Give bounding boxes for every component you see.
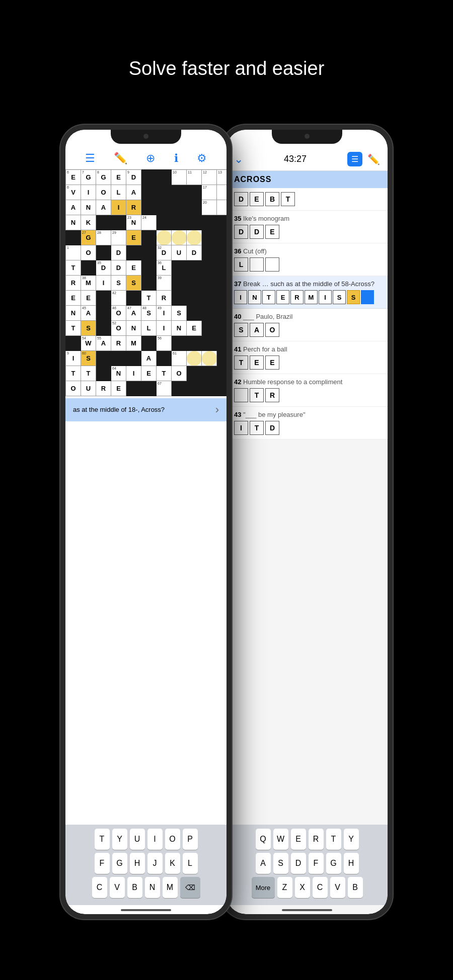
key-G[interactable]: G [112, 853, 127, 874]
list-view-button[interactable]: ☰ [347, 152, 362, 166]
grid-cell[interactable]: E [141, 366, 157, 381]
key-V[interactable]: V [110, 877, 125, 898]
grid-cell[interactable]: I [157, 321, 172, 336]
grid-cell[interactable]: I [126, 366, 141, 381]
clue-item-42[interactable]: 42 Humble response to a compliment T R [226, 374, 388, 407]
right-key-B[interactable]: B [348, 877, 363, 898]
right-key-A[interactable]: A [256, 853, 271, 874]
grid-cell[interactable]: 13 [217, 170, 227, 185]
answer-box[interactable]: I [319, 290, 332, 304]
grid-cell[interactable]: 11 [187, 170, 202, 185]
answer-box[interactable]: R [265, 388, 279, 402]
grid-cell[interactable]: 10 [172, 170, 187, 185]
grid-cell circle[interactable] [202, 351, 217, 366]
grid-cell[interactable]: 47A [126, 306, 141, 321]
right-key-E[interactable]: E [291, 829, 306, 850]
grid-cell[interactable]: T [66, 366, 81, 381]
grid-cell[interactable]: E [126, 230, 141, 245]
right-key-H[interactable]: H [344, 853, 359, 874]
key-K[interactable]: K [165, 853, 180, 874]
answer-box[interactable]: E [265, 355, 279, 370]
grid-cell[interactable]: N [66, 306, 81, 321]
key-T[interactable]: T [95, 829, 110, 850]
answer-box[interactable]: D [234, 225, 248, 239]
right-key-S[interactable]: S [273, 853, 288, 874]
grid-cell circle[interactable] [172, 230, 187, 245]
grid-cell[interactable]: 56 [157, 336, 172, 351]
right-key-Q[interactable]: Q [256, 829, 271, 850]
grid-cell[interactable] [217, 200, 227, 215]
grid-cell[interactable]: A [66, 200, 81, 215]
key-J[interactable]: J [147, 853, 163, 874]
right-key-T[interactable]: T [326, 829, 341, 850]
back-chevron-icon[interactable]: ⌄ [234, 153, 243, 166]
grid-cell[interactable]: A [141, 351, 157, 366]
right-key-G[interactable]: G [326, 853, 341, 874]
key-N[interactable]: N [145, 877, 160, 898]
grid-cell[interactable]: E [187, 321, 202, 336]
grid-cell[interactable]: L [141, 321, 157, 336]
list-icon[interactable]: ☰ [85, 152, 95, 165]
grid-cell[interactable]: 36L [157, 260, 172, 276]
key-H[interactable]: H [130, 853, 145, 874]
key-O[interactable]: O [165, 829, 180, 850]
grid-cell[interactable]: N [172, 321, 187, 336]
answer-box[interactable]: S [234, 323, 248, 337]
grid-cell[interactable]: 6E [66, 170, 81, 185]
answer-box-empty[interactable] [250, 257, 264, 272]
help-icon[interactable]: ⊕ [146, 152, 155, 165]
grid-cell[interactable]: R [157, 291, 172, 306]
grid-cell[interactable]: N [81, 200, 96, 215]
grid-cell[interactable]: 12 [202, 170, 217, 185]
grid-cell[interactable]: R [66, 276, 81, 291]
grid-cell[interactable]: 28 [96, 230, 111, 245]
grid-cell[interactable]: 24 [141, 215, 157, 230]
grid-cell[interactable]: 39 [157, 276, 172, 291]
right-key-X[interactable]: X [295, 877, 310, 898]
answer-box[interactable]: T [262, 290, 275, 304]
grid-cell[interactable]: 8G [96, 170, 111, 185]
grid-cell[interactable]: 54W [81, 336, 96, 351]
key-L[interactable]: L [183, 853, 198, 874]
grid-cell circle[interactable] [157, 230, 172, 245]
grid-cell[interactable]: E [111, 381, 126, 396]
grid-cell[interactable]: I [111, 200, 126, 215]
grid-cell[interactable]: O [66, 381, 81, 396]
key-M[interactable]: M [163, 877, 178, 898]
right-key-R[interactable]: R [309, 829, 324, 850]
clue-item-35[interactable]: 35 Ike's monogram D D E [226, 211, 388, 243]
grid-cell circle[interactable] [187, 230, 202, 245]
answer-box-empty[interactable] [234, 388, 248, 402]
grid-cell[interactable]: 7G [81, 170, 96, 185]
grid-cell[interactable]: 45A [81, 306, 96, 321]
answer-box[interactable]: N [248, 290, 261, 304]
grid-cell[interactable]: I [96, 276, 111, 291]
grid-cell[interactable] [217, 185, 227, 200]
grid-cell[interactable]: 60S [81, 351, 96, 366]
grid-cell[interactable]: R [126, 200, 141, 215]
grid-cell[interactable]: 49I [157, 306, 172, 321]
answer-box[interactable]: L [234, 257, 248, 272]
grid-cell[interactable]: 64N [111, 366, 126, 381]
right-key-more[interactable]: More [252, 877, 275, 898]
clue-item-36[interactable]: 36 Cut (off) L [226, 243, 388, 276]
grid-cell[interactable]: 17 [202, 185, 217, 200]
answer-box[interactable]: E [276, 290, 289, 304]
key-C[interactable]: C [92, 877, 107, 898]
right-key-W[interactable]: W [273, 829, 288, 850]
answer-box[interactable]: B [265, 192, 279, 206]
grid-cell[interactable]: S [111, 276, 126, 291]
grid-cell[interactable]: K [81, 215, 96, 230]
grid-cell[interactable]: E [126, 260, 141, 276]
grid-cell[interactable]: D [111, 260, 126, 276]
grid-cell[interactable]: 48S [141, 306, 157, 321]
grid-cell[interactable]: 35D [96, 260, 111, 276]
grid-cell[interactable]: T [66, 260, 81, 276]
grid-cell[interactable]: O [172, 366, 187, 381]
grid-cell[interactable]: 27G [81, 230, 96, 245]
answer-box-empty[interactable] [265, 257, 279, 272]
grid-cell circle[interactable] [187, 351, 202, 366]
grid-cell[interactable]: O [81, 245, 96, 260]
grid-cell[interactable]: T [81, 366, 96, 381]
grid-cell[interactable]: A [96, 200, 111, 215]
